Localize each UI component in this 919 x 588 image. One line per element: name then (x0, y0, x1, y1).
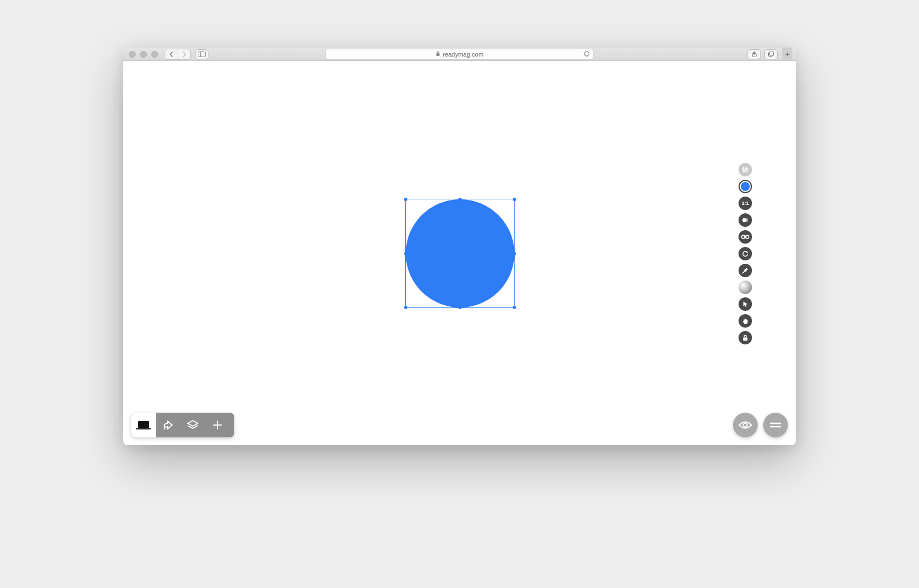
tool-link-button[interactable]: Link (739, 230, 752, 244)
svg-point-21 (744, 423, 748, 427)
sphere-icon: Animation (745, 287, 746, 288)
resize-handle-bottom-right[interactable] (513, 306, 516, 309)
selection-bounding-box[interactable] (405, 199, 515, 308)
resize-handle-bottom-center[interactable] (458, 306, 462, 309)
pages-button[interactable]: Pages (156, 413, 180, 437)
tool-opacity-button[interactable]: Opacity (739, 213, 752, 227)
tool-lock-button[interactable]: Lock (739, 331, 752, 344)
svg-rect-2 (437, 53, 440, 56)
tool-cursor-button[interactable]: Click action (739, 297, 752, 311)
zoom-window-button[interactable] (151, 51, 158, 58)
resize-handle-middle-right[interactable] (513, 252, 516, 255)
svg-point-13 (744, 218, 748, 222)
bottom-left-toolbar: Desktop Pages Layers Add widget (131, 413, 234, 437)
preview-button[interactable]: Preview (733, 413, 758, 437)
svg-rect-20 (136, 428, 151, 430)
tool-hand-button[interactable]: On hover (739, 314, 752, 328)
tool-rotate-button[interactable]: Rotate (739, 247, 752, 260)
window-controls (129, 51, 158, 58)
svg-rect-19 (138, 421, 149, 428)
shape-ellipse[interactable] (406, 199, 514, 307)
tool-scale-button[interactable]: 1:1 (739, 197, 752, 210)
back-button[interactable]: back (165, 49, 178, 59)
titlebar: back forward sidebar readymag.com (123, 48, 796, 61)
circle-icon (741, 182, 750, 191)
svg-point-9 (745, 170, 746, 172)
device-desktop-button[interactable]: Desktop (131, 413, 156, 437)
resize-handle-top-center[interactable] (458, 198, 462, 201)
lock-icon (435, 51, 440, 58)
svg-point-11 (746, 169, 748, 170)
resize-handle-top-left[interactable] (404, 198, 407, 201)
new-tab-button[interactable]: new tab (782, 48, 792, 61)
tool-pin-button[interactable]: Pin (739, 264, 752, 277)
tool-animation-button[interactable]: Animation (739, 281, 752, 294)
widget-side-toolbar: Settings Fill color 1:1 Opacity (739, 163, 752, 344)
address-bar[interactable]: readymag.com reload (325, 49, 594, 59)
tool-settings-button[interactable]: Settings (739, 163, 752, 176)
share-button[interactable]: share (748, 49, 761, 59)
forward-button[interactable]: forward (178, 49, 190, 59)
bottom-right-buttons: Preview Menu (733, 413, 788, 437)
resize-handle-middle-left[interactable] (404, 252, 407, 255)
svg-line-17 (742, 272, 744, 273)
nav-group: back forward sidebar (165, 49, 208, 60)
show-sidebar-button[interactable]: sidebar (195, 49, 208, 59)
layers-button[interactable]: Layers (180, 413, 205, 437)
tabs-overview-button[interactable]: tabs (764, 49, 778, 59)
resize-handle-top-right[interactable] (513, 198, 516, 201)
reload-icon: reload (590, 50, 591, 51)
close-window-button[interactable] (129, 51, 136, 58)
add-widget-button[interactable]: Add widget (205, 413, 230, 437)
svg-rect-5 (770, 52, 774, 55)
minimize-window-button[interactable] (140, 51, 147, 58)
url-text: readymag.com (443, 51, 484, 58)
menu-button[interactable]: Menu (763, 413, 788, 437)
svg-point-7 (742, 168, 744, 170)
tool-fill-button[interactable]: Fill color (739, 180, 752, 193)
reload-button[interactable]: reload (583, 50, 590, 58)
resize-handle-bottom-left[interactable] (404, 306, 407, 309)
svg-rect-0 (198, 52, 206, 57)
svg-rect-18 (743, 337, 748, 340)
ratio-icon: 1:1 (741, 200, 749, 206)
browser-window: back forward sidebar readymag.com (123, 48, 796, 445)
editor-canvas[interactable]: Settings Fill color 1:1 Opacity (123, 61, 796, 445)
